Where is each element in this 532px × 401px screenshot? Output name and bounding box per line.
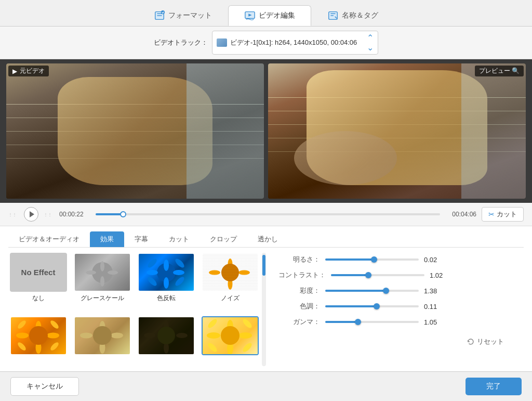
hue-label: 色調： bbox=[278, 302, 320, 311]
sunflower-warm bbox=[11, 317, 66, 354]
effects-scrollbar[interactable] bbox=[262, 253, 266, 366]
sunflower-pink bbox=[75, 317, 130, 354]
contrast-label: コントラスト： bbox=[278, 270, 326, 280]
tab-video-audio[interactable]: ビデオ＆オーディオ bbox=[8, 231, 90, 247]
preview-video-panel bbox=[268, 63, 526, 199]
brightness-label: 明るさ： bbox=[278, 255, 320, 264]
contrast-fill bbox=[331, 274, 368, 276]
effects-grid-wrapper: No Effect なし bbox=[8, 253, 266, 366]
gamma-slider[interactable] bbox=[325, 321, 419, 323]
tab-subtitles-label: 字幕 bbox=[135, 235, 148, 243]
tab-effects-label: 効果 bbox=[100, 235, 114, 243]
saturation-value: 1.38 bbox=[424, 287, 443, 295]
hue-slider[interactable] bbox=[325, 305, 419, 307]
effect-item-dark bbox=[136, 316, 196, 367]
time-end: 00:04:06 bbox=[445, 211, 476, 218]
effect-item-no-effect: No Effect なし bbox=[8, 253, 68, 312]
effect-thumb-dark[interactable] bbox=[138, 316, 195, 355]
format-icon bbox=[154, 10, 165, 21]
tab-crop-label: クロップ bbox=[210, 235, 237, 243]
video-track-label: ビデオトラック： bbox=[154, 38, 208, 47]
effect-label-no-effect: なし bbox=[32, 294, 45, 303]
tab-watermark[interactable]: 透かし bbox=[247, 231, 288, 247]
tab-effects[interactable]: 効果 bbox=[90, 231, 124, 247]
tab-cut[interactable]: カット bbox=[158, 231, 200, 247]
effect-item-pink bbox=[72, 316, 132, 367]
saturation-slider[interactable] bbox=[325, 290, 419, 292]
video-track-bar: ビデオトラック： ビデオ-1[0x1]: h264, 1440x1050, 00… bbox=[0, 27, 532, 59]
effect-thumb-noise[interactable] bbox=[202, 253, 259, 292]
bottom-bar: キャンセル 完了 bbox=[0, 371, 532, 401]
video-track-select[interactable]: ビデオ-1[0x1]: h264, 1440x1050, 00:04:06 ⌃⌄ bbox=[212, 31, 378, 55]
tab-video-audio-label: ビデオ＆オーディオ bbox=[19, 235, 79, 243]
gamma-value: 1.05 bbox=[424, 318, 443, 326]
gamma-fill bbox=[325, 321, 358, 323]
hue-value: 0.11 bbox=[424, 303, 443, 311]
top-tab-bar: フォーマット ビデオ編集 名称＆タグ bbox=[0, 0, 532, 27]
contrast-handle[interactable] bbox=[365, 272, 371, 278]
brightness-row: 明るさ： 0.02 bbox=[278, 255, 520, 264]
effect-tabs: ビデオ＆オーディオ 効果 字幕 カット クロップ 透かし bbox=[8, 231, 524, 248]
effect-label-invert: 色反転 bbox=[157, 294, 176, 303]
effect-thumb-warm[interactable] bbox=[10, 316, 67, 355]
tab-format-label: フォーマット bbox=[168, 11, 212, 20]
sunflower-dark bbox=[139, 317, 194, 354]
timeline-track[interactable] bbox=[96, 213, 440, 215]
brightness-value: 0.02 bbox=[424, 256, 443, 264]
gamma-handle[interactable] bbox=[355, 319, 361, 325]
original-video-panel bbox=[6, 63, 264, 199]
name-tag-icon bbox=[327, 10, 339, 21]
time-current: 00:00:22 bbox=[59, 211, 90, 218]
preview-label: プレビュー 🔍 bbox=[475, 66, 524, 76]
brightness-slider[interactable] bbox=[325, 258, 419, 261]
cancel-button[interactable]: キャンセル bbox=[10, 377, 79, 396]
tab-name-tag-label: 名称＆タグ bbox=[342, 11, 378, 20]
effect-item-invert: 色反転 bbox=[136, 253, 196, 312]
tab-subtitles[interactable]: 字幕 bbox=[124, 231, 158, 247]
contrast-value: 1.02 bbox=[430, 271, 448, 279]
effect-item-bright bbox=[200, 316, 260, 367]
hue-handle[interactable] bbox=[374, 303, 380, 309]
video-thumb-small bbox=[217, 38, 227, 47]
tab-cut-label: カット bbox=[169, 235, 189, 243]
hue-row: 色調： 0.11 bbox=[278, 302, 520, 311]
effect-item-grayscale: グレースケール bbox=[72, 253, 132, 312]
video-edit-icon bbox=[244, 10, 256, 21]
effect-label-noise: ノイズ bbox=[221, 294, 240, 303]
tab-name-tag[interactable]: 名称＆タグ bbox=[311, 5, 394, 26]
done-button[interactable]: 完了 bbox=[466, 378, 522, 395]
tab-format[interactable]: フォーマット bbox=[138, 5, 228, 26]
original-label-text: 元ビデオ bbox=[20, 67, 45, 75]
reset-label: リセット bbox=[477, 337, 504, 346]
video-track-value: ビデオ-1[0x1]: h264, 1440x1050, 00:04:06 bbox=[230, 38, 357, 47]
cut-label: カット bbox=[497, 210, 517, 219]
effects-scrollbar-thumb[interactable] bbox=[262, 255, 265, 276]
main-content: ビデオトラック： ビデオ-1[0x1]: h264, 1440x1050, 00… bbox=[0, 27, 532, 371]
gamma-label: ガンマ： bbox=[278, 317, 320, 327]
reset-button[interactable]: リセット bbox=[467, 337, 504, 346]
effect-item-noise: ノイズ bbox=[200, 253, 260, 312]
contrast-slider[interactable] bbox=[331, 274, 424, 276]
tab-crop[interactable]: クロップ bbox=[200, 231, 247, 247]
sunflower-noise bbox=[203, 254, 258, 291]
effect-thumb-bright[interactable] bbox=[202, 316, 259, 355]
effect-thumb-grayscale[interactable] bbox=[74, 253, 131, 292]
saturation-row: 彩度： 1.38 bbox=[278, 286, 520, 295]
video-panels-container: ▶ 元ビデオ プレビュー 🔍 bbox=[0, 59, 532, 203]
timeline-thumb[interactable] bbox=[120, 211, 126, 217]
effect-label-grayscale: グレースケール bbox=[81, 294, 124, 303]
brightness-fill bbox=[325, 258, 374, 261]
sunflower-bright bbox=[203, 317, 258, 354]
dropdown-arrow-icon: ⌃⌄ bbox=[367, 33, 374, 53]
tab-video-edit-label: ビデオ編集 bbox=[259, 11, 295, 20]
brightness-handle[interactable] bbox=[371, 256, 377, 263]
effect-thumb-pink[interactable] bbox=[74, 316, 131, 355]
saturation-fill bbox=[325, 290, 386, 292]
effect-thumb-no-effect[interactable]: No Effect bbox=[10, 253, 67, 292]
tab-video-edit[interactable]: ビデオ編集 bbox=[228, 5, 311, 26]
effect-thumb-invert[interactable] bbox=[138, 253, 195, 292]
cut-button[interactable]: ✂ カット bbox=[482, 207, 524, 222]
play-button[interactable] bbox=[24, 207, 38, 222]
timeline-progress bbox=[96, 213, 123, 215]
saturation-handle[interactable] bbox=[383, 288, 389, 294]
